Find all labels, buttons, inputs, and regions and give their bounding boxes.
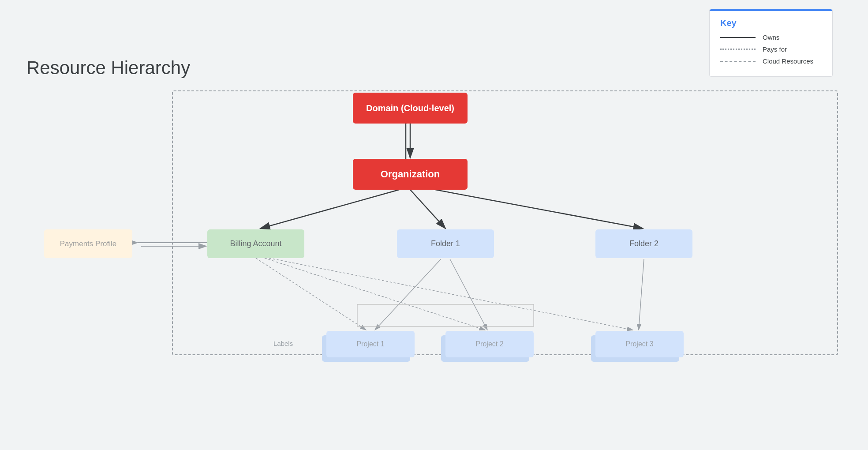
node-folder2: Folder 2: [595, 229, 692, 258]
key-top-bar: [710, 9, 832, 11]
domain-label: Domain (Cloud-level): [366, 103, 454, 113]
node-folder1: Folder 1: [397, 229, 494, 258]
node-project3: Project 3: [595, 331, 684, 357]
folder1-label: Folder 1: [431, 239, 460, 248]
diagram: Domain (Cloud-level) Organization Billin…: [18, 22, 850, 441]
node-billing-account: Billing Account: [207, 229, 304, 258]
payments-profile-label: Payments Profile: [60, 240, 117, 248]
project1-label: Project 1: [356, 340, 384, 348]
node-project1: Project 1: [326, 331, 415, 357]
cloud-border-box: [172, 90, 838, 355]
folder2-label: Folder 2: [629, 239, 658, 248]
billing-account-label: Billing Account: [230, 239, 281, 248]
project2-label: Project 2: [475, 340, 503, 348]
node-payments-profile: Payments Profile: [44, 229, 132, 258]
node-domain: Domain (Cloud-level): [353, 93, 468, 124]
organization-label: Organization: [381, 169, 440, 180]
labels-text: Labels: [273, 340, 293, 347]
node-project2: Project 2: [445, 331, 534, 357]
project3-label: Project 3: [625, 340, 653, 348]
node-organization: Organization: [353, 159, 468, 190]
